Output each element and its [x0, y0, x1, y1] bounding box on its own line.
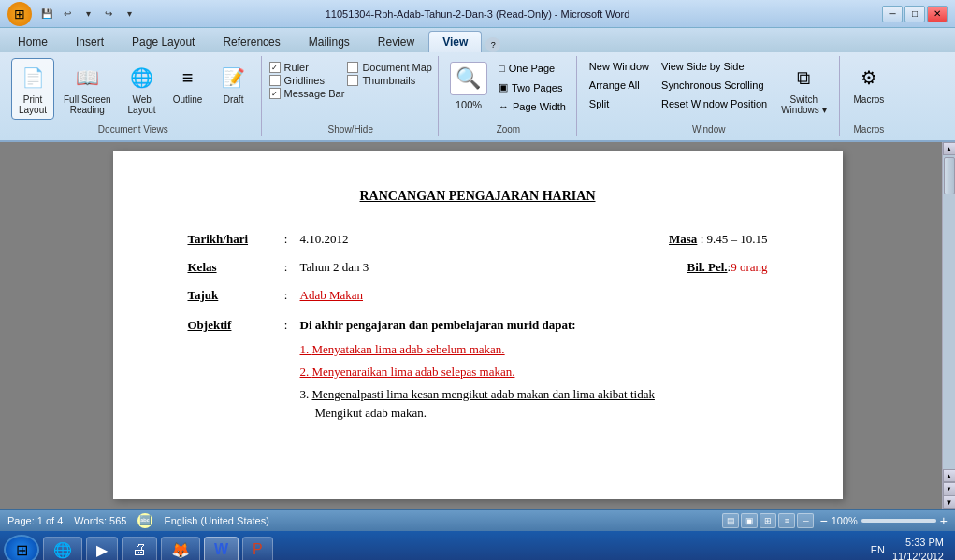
cb-gridlines[interactable]: Gridlines — [269, 75, 345, 86]
btn-split[interactable]: Split — [585, 95, 654, 112]
zoom-minus-button[interactable]: − — [819, 513, 827, 528]
zoom-button[interactable]: 🔍 — [450, 62, 487, 95]
customize-qat[interactable]: ▾ — [120, 6, 138, 22]
ribbon-content: 📄 PrintLayout 📖 Full ScreenReading 🌐 Web… — [0, 52, 955, 140]
kelas-label: Kelas — [188, 260, 282, 275]
tab-mailings[interactable]: Mailings — [295, 31, 364, 52]
btn-print-layout[interactable]: 📄 PrintLayout — [11, 58, 54, 120]
field-row-2: Kelas : Tahun 2 dan 3 Bil. Pel. : 9 oran… — [188, 260, 768, 275]
tajuk-value: Adab Makan — [300, 288, 768, 303]
cb-ruler[interactable]: ✓ Ruler — [269, 62, 345, 73]
tab-review[interactable]: Review — [364, 31, 428, 52]
zoom-track[interactable] — [861, 519, 936, 523]
full-screen-icon: 📖 — [72, 63, 102, 93]
tab-insert[interactable]: Insert — [62, 31, 118, 52]
web-layout-icon: 🌐 — [127, 63, 157, 93]
cb-thumbnails-box[interactable] — [347, 75, 358, 86]
word-icon: W — [214, 541, 228, 558]
tab-page-layout[interactable]: Page Layout — [118, 31, 209, 52]
scroll-page-down[interactable]: ▼ — [943, 482, 956, 495]
masa-sep: : — [697, 232, 706, 247]
document-area: RANCANGAN PENGAJARAN HARIAN Tarikh/hari … — [0, 142, 955, 509]
group-label-document-views: Document Views — [11, 122, 255, 136]
taskbar-app-ie[interactable]: 🌐 — [43, 537, 82, 560]
help-button[interactable]: ? — [485, 37, 500, 52]
redo-button[interactable]: ↪ — [99, 6, 118, 22]
view-draft-icon[interactable]: ─ — [797, 513, 814, 528]
obj-item-1: 1. Menyatakan lima adab sebelum makan. — [300, 342, 768, 357]
tab-view[interactable]: View — [428, 31, 482, 52]
print-layout-icon: 📄 — [18, 63, 48, 93]
obj-item-2: 2. Menyenaraikan lima adab selepas makan… — [300, 365, 768, 380]
group-zoom: 🔍 100% □ One Page ▣ Two Pages ↔ Page Wid… — [441, 56, 577, 136]
cb-thumbnails[interactable]: Thumbnails — [347, 75, 432, 86]
draft-icon: 📝 — [219, 63, 249, 93]
zoom-slider: − 100% + — [819, 513, 948, 528]
view-fullscreen-icon[interactable]: ▣ — [741, 513, 758, 528]
group-window: New Window Arrange All Split View Side b… — [579, 56, 840, 136]
btn-view-side-by-side[interactable]: View Side by Side — [657, 58, 772, 75]
minimize-button[interactable]: ─ — [882, 6, 903, 22]
bil-label: Bil. Pel. — [687, 260, 728, 275]
close-button[interactable]: ✕ — [927, 6, 948, 22]
taskbar-app-printer[interactable]: 🖨 — [122, 537, 157, 560]
btn-outline[interactable]: ≡ Outline — [166, 58, 210, 109]
kelas-field: Kelas : Tahun 2 dan 3 — [188, 260, 369, 275]
scroll-page-up[interactable]: ▲ — [943, 469, 956, 482]
office-button[interactable]: ⊞ — [7, 2, 32, 26]
scroll-down-button[interactable]: ▼ — [943, 495, 956, 509]
vertical-scrollbar[interactable]: ▲ ▲ ▼ ▼ — [942, 142, 955, 509]
view-outline-icon[interactable]: ≡ — [778, 513, 795, 528]
cb-document-map[interactable]: Document Map — [347, 62, 432, 73]
btn-web-layout[interactable]: 🌐 WebLayout — [121, 58, 164, 120]
taskbar-app-media[interactable]: ▶ — [86, 537, 118, 560]
title-bar-left: ⊞ 💾 ↩ ▾ ↪ ▾ — [7, 2, 138, 26]
scroll-up-button[interactable]: ▲ — [943, 142, 956, 155]
proofing-icon[interactable]: 🔤 — [137, 513, 152, 528]
taskbar-app-word[interactable]: W — [204, 537, 239, 560]
btn-draft[interactable]: 📝 Draft — [212, 58, 255, 109]
zoom-fill — [861, 519, 936, 523]
undo-button[interactable]: ↩ — [58, 6, 77, 22]
cb-message-bar-box[interactable]: ✓ — [269, 88, 281, 99]
btn-one-page[interactable]: □ One Page — [494, 60, 571, 77]
document-title: RANCANGAN PENGAJARAN HARIAN — [188, 189, 768, 204]
btn-sync-scrolling[interactable]: Synchronous Scrolling — [657, 77, 772, 93]
language-tray: EN — [871, 544, 885, 555]
maximize-button[interactable]: □ — [904, 6, 925, 22]
btn-arrange-all[interactable]: Arrange All — [585, 77, 654, 93]
btn-macros[interactable]: ⚙ Macros — [847, 58, 891, 109]
cb-message-bar[interactable]: ✓ Message Bar — [269, 88, 345, 99]
group-document-views: 📄 PrintLayout 📖 Full ScreenReading 🌐 Web… — [6, 56, 262, 136]
btn-two-pages[interactable]: ▣ Two Pages — [494, 79, 571, 96]
view-size-buttons: □ One Page ▣ Two Pages ↔ Page Width — [494, 58, 571, 117]
tab-home[interactable]: Home — [4, 31, 62, 52]
cb-ruler-box[interactable]: ✓ — [269, 62, 281, 73]
show-hide-checkboxes-2: Document Map Thumbnails — [347, 58, 432, 90]
zoom-plus-button[interactable]: + — [940, 513, 948, 528]
tab-references[interactable]: References — [209, 31, 294, 52]
tajuk-label: Tajuk — [188, 288, 282, 303]
taskbar-app-ppt[interactable]: P — [242, 537, 273, 560]
group-label-show-hide: Show/Hide — [269, 122, 432, 136]
cb-document-map-box[interactable] — [347, 62, 358, 73]
objektif-text: Di akhir pengajaran dan pembelajaran mur… — [300, 318, 768, 333]
btn-switch-windows[interactable]: ⧉ SwitchWindows ▾ — [774, 58, 832, 120]
view-web-icon[interactable]: ⊞ — [760, 513, 776, 528]
scroll-thumb[interactable] — [944, 157, 955, 194]
btn-new-window[interactable]: New Window — [585, 58, 654, 75]
view-print-icon[interactable]: ▤ — [722, 513, 739, 528]
group-show-hide: ✓ Ruler Gridlines ✓ Message Bar Document… — [264, 56, 439, 136]
btn-full-screen-reading[interactable]: 📖 Full ScreenReading — [57, 58, 118, 120]
btn-reset-window[interactable]: Reset Window Position — [657, 95, 772, 112]
start-button[interactable]: ⊞ — [4, 535, 39, 560]
save-button[interactable]: 💾 — [37, 6, 56, 22]
cb-gridlines-box[interactable] — [269, 75, 281, 86]
btn-page-width[interactable]: ↔ Page Width — [494, 98, 571, 115]
taskbar-app-firefox[interactable]: 🦊 — [161, 537, 200, 560]
view-mode-icons: ▤ ▣ ⊞ ≡ ─ — [722, 513, 814, 528]
media-icon: ▶ — [96, 541, 108, 559]
obj-item-3: 3. Mengenalpasti lima kesan mengikut ada… — [300, 387, 768, 402]
undo-dropdown[interactable]: ▾ — [79, 6, 97, 22]
objektif-section: Objektif : Di akhir pengajaran dan pembe… — [188, 318, 768, 421]
